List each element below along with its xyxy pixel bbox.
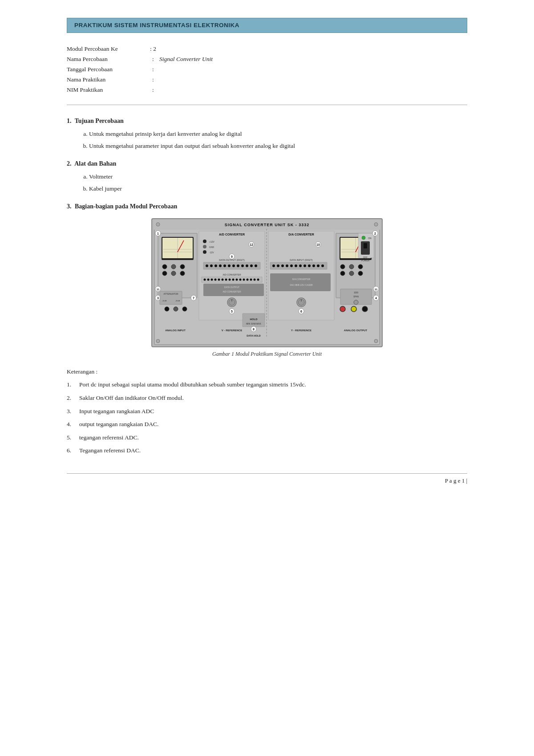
svg-point-126: [340, 271, 345, 276]
value-nama-percobaan: Signal Converter Unit: [159, 56, 213, 63]
svg-text:11: 11: [375, 288, 378, 291]
svg-point-55: [250, 264, 253, 267]
svg-text:10: 10: [316, 243, 320, 246]
keterangan-item-6: 6. Tegangan referensi DAC.: [67, 446, 467, 455]
svg-text:A/D CONVERTER: A/D CONVERTER: [222, 290, 241, 293]
svg-point-96: [277, 264, 279, 267]
list-item: Untuk mengetahui prinsip kerja dari kenv…: [89, 129, 467, 139]
header-title: PRAKTIKUM SISTEM INSTRUMENTASI ELEKTRONI…: [74, 22, 239, 28]
svg-point-68: [229, 279, 231, 281]
tujuan-list: Untuk mengetahui prinsip kerja dari kenv…: [89, 129, 467, 150]
section-2-title: 2. Alat dan Bahan: [67, 160, 467, 167]
svg-text:ATTENUATOR: ATTENUATOR: [163, 293, 178, 295]
svg-text:8: 8: [253, 328, 255, 331]
svg-point-65: [218, 279, 220, 281]
svg-text:D/A CONVERTER: D/A CONVERTER: [288, 233, 314, 236]
svg-point-6: [156, 339, 160, 343]
svg-point-103: [308, 264, 311, 267]
svg-rect-107: [270, 273, 331, 291]
svg-text:Y - REFERENCE: Y - REFERENCE: [291, 329, 312, 332]
svg-point-54: [246, 264, 248, 267]
svg-point-7: [374, 339, 378, 343]
svg-text:MIN SAM MAX: MIN SAM MAX: [246, 322, 261, 325]
figure-container: SIGNAL CONVERTER UNIT SK - 3332: [67, 218, 467, 364]
svg-point-53: [241, 264, 244, 267]
info-row-3: Tanggal Percobaan :: [67, 66, 467, 73]
svg-point-64: [214, 279, 217, 281]
info-row-2: Nama Percobaan : Signal Converter Unit: [67, 56, 467, 63]
keterangan-title: Keterangan :: [67, 368, 467, 375]
svg-point-4: [156, 223, 160, 226]
svg-text:+12V: +12V: [209, 240, 214, 243]
svg-point-106: [321, 264, 324, 267]
svg-point-50: [228, 264, 231, 267]
list-item: Untuk mengetahui parameter input dan out…: [89, 141, 467, 151]
svg-point-99: [290, 264, 293, 267]
list-item: Kabel jumper: [89, 184, 467, 194]
svg-point-137: [340, 306, 345, 312]
svg-point-74: [250, 279, 252, 281]
svg-text:6: 6: [300, 310, 302, 313]
header-bar: PRAKTIKUM SISTEM INSTRUMENTASI ELEKTRONI…: [67, 18, 467, 33]
section-3-title: 3. Bagian-bagian pada Modul Percobaan: [67, 203, 467, 210]
svg-text:ANALOG INPUT: ANALOG INPUT: [165, 329, 186, 332]
svg-point-71: [239, 279, 242, 281]
svg-point-75: [254, 279, 256, 281]
svg-point-127: [349, 271, 354, 276]
svg-text:11: 11: [157, 288, 160, 291]
svg-point-62: [207, 279, 210, 281]
svg-text:3: 3: [157, 297, 159, 300]
svg-point-31: [165, 307, 169, 311]
svg-point-73: [247, 279, 249, 281]
svg-point-95: [272, 264, 275, 267]
keterangan-item-1: 1. Port dc input sebagai suplai utama mo…: [67, 380, 467, 390]
svg-text:-10dB: -10dB: [162, 300, 167, 302]
svg-point-47: [214, 264, 217, 267]
svg-text:7: 7: [193, 297, 194, 300]
label-nim: NIM Praktikan: [67, 86, 147, 93]
svg-text:SIGNAL CONVERTER UNIT SK - 333: SIGNAL CONVERTER UNIT SK - 3332: [225, 223, 309, 227]
svg-point-138: [351, 306, 356, 312]
svg-point-63: [211, 279, 213, 281]
svg-text:1000: 1000: [354, 292, 359, 294]
svg-text:ON: ON: [368, 237, 372, 240]
svg-point-97: [281, 264, 284, 267]
svg-point-100: [295, 264, 297, 267]
svg-text:ANALOG OUTPUT: ANALOG OUTPUT: [344, 329, 368, 332]
label-nama-praktikan: Nama Praktikan: [67, 76, 147, 83]
svg-point-61: [204, 279, 206, 281]
colon-1: : 2: [147, 45, 159, 53]
svg-text:DATA HOLD: DATA HOLD: [247, 334, 260, 337]
svg-point-136: [354, 300, 358, 305]
svg-text:DATA OUTPUT: DATA OUTPUT: [224, 286, 239, 289]
svg-point-139: [362, 306, 368, 312]
svg-point-15: [162, 264, 167, 269]
svg-text:V - REFERENCE: V - REFERENCE: [222, 329, 242, 332]
svg-point-18: [162, 271, 167, 276]
svg-point-125: [358, 264, 363, 269]
svg-point-66: [222, 279, 224, 281]
svg-point-16: [171, 264, 176, 269]
svg-text:A/D CONVERTER: A/D CONVERTER: [222, 273, 241, 276]
label-nama-percobaan: Nama Percobaan: [67, 56, 147, 63]
svg-text:9: 9: [231, 255, 233, 258]
page-number: P a g e 1 |: [445, 477, 467, 484]
svg-point-51: [232, 264, 235, 267]
svg-rect-60: [202, 277, 262, 282]
device-image: SIGNAL CONVERTER UNIT SK - 3332: [151, 218, 383, 347]
label-modul: Modul Percobaan Ke: [67, 45, 147, 53]
svg-point-124: [349, 264, 354, 269]
svg-text:DAC 0808 LCN / CA3308: DAC 0808 LCN / CA3308: [290, 284, 313, 286]
svg-text:-12V: -12V: [209, 251, 214, 254]
list-item: Voltmeter: [89, 172, 467, 182]
keterangan-list: 1. Port dc input sebagai suplai utama mo…: [67, 380, 467, 455]
svg-point-76: [257, 279, 259, 281]
keterangan-item-4: 4. output tegangan rangkaian DAC.: [67, 419, 467, 429]
svg-point-46: [210, 264, 213, 267]
svg-text:POWER: POWER: [361, 259, 370, 262]
keterangan-section: Keterangan : 1. Port dc input sebagai su…: [67, 368, 467, 455]
colon-5: :: [147, 86, 159, 93]
svg-point-39: [203, 245, 206, 248]
svg-point-101: [299, 264, 302, 267]
svg-text:SPAN: SPAN: [353, 296, 359, 298]
